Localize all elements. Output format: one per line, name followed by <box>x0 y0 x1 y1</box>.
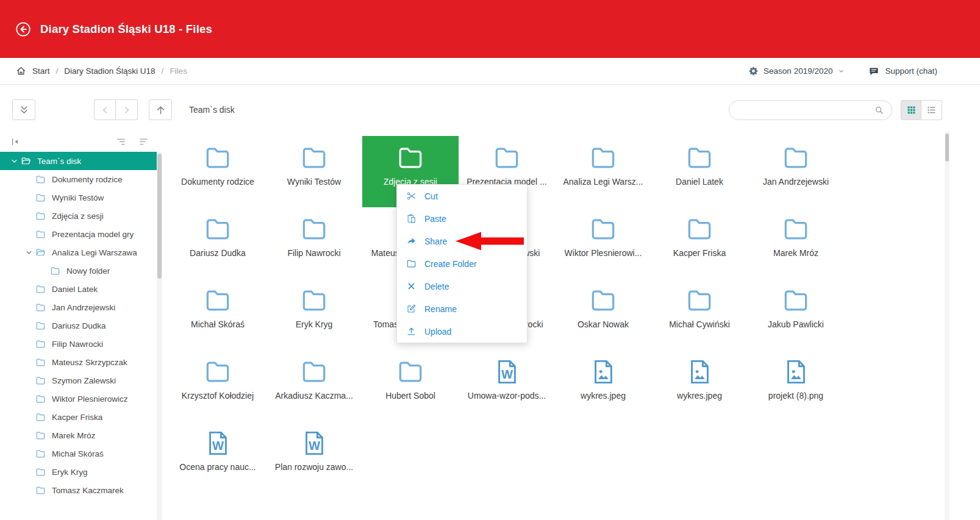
context-menu-item-create-folder[interactable]: Create Folder <box>397 252 527 275</box>
file-name: wykres.jpeg <box>581 391 626 401</box>
file-tile-michał-skóraś[interactable]: Michał Skóraś <box>170 279 266 350</box>
file-tile-marek-mróz[interactable]: Marek Mróz <box>748 207 844 279</box>
support-chat-link[interactable]: Support (chat) <box>868 66 937 77</box>
context-menu-item-delete[interactable]: Delete <box>397 275 527 297</box>
season-selector[interactable]: Season 2019/2020 <box>748 66 845 76</box>
sidebar-item-mateusz-skrzypczak[interactable]: Mateusz Skrzypczak <box>0 353 162 371</box>
sidebar-scrollbar[interactable] <box>157 152 162 520</box>
folder-icon <box>35 394 46 404</box>
file-tile-eryk-kryg[interactable]: Eryk Kryg <box>266 279 362 350</box>
view-toggle-group <box>901 100 942 120</box>
sidebar-item-marek-mróz[interactable]: Marek Mróz <box>0 426 162 444</box>
home-icon[interactable] <box>16 66 26 76</box>
breadcrumb-start[interactable]: Start <box>32 66 50 76</box>
sidebar-item-nowy-folder[interactable]: Nowy folder <box>0 262 162 280</box>
sidebar-item-kacper-friska[interactable]: Kacper Friska <box>0 408 162 426</box>
tree-expander-placeholder <box>24 413 35 422</box>
main-scrollbar[interactable] <box>945 131 950 520</box>
context-menu-item-paste[interactable]: Paste <box>397 207 527 230</box>
sidebar-item-dariusz-dudka[interactable]: Dariusz Dudka <box>0 316 162 335</box>
file-tile-ocena-pracy-nauc[interactable]: WOcena pracy nauc... <box>170 421 266 493</box>
page-title: Diary Stadion Śląski U18 - Files <box>40 23 212 36</box>
file-tile-dariusz-dudka[interactable]: Dariusz Dudka <box>170 207 266 279</box>
collapse-panel-button[interactable] <box>12 99 35 120</box>
sidebar-item-dokumenty-rodzice[interactable]: Dokumenty rodzice <box>0 170 162 188</box>
file-tile-jan-andrzejewski[interactable]: Jan Andrzejewski <box>748 136 844 207</box>
breadcrumb-separator: / <box>162 66 164 76</box>
search-input[interactable] <box>739 105 874 115</box>
sidebar-header <box>0 131 162 152</box>
folder-icon <box>493 144 521 172</box>
collapse-sidebar-icon[interactable] <box>10 137 20 147</box>
file-tile-hubert-sobol[interactable]: Hubert Sobol <box>362 350 459 421</box>
folder-icon <box>35 339 46 349</box>
file-tile-dokumenty-rodzice[interactable]: Dokumenty rodzice <box>170 136 266 207</box>
file-name: Dokumenty rodzice <box>181 177 254 187</box>
file-tile-kacper-friska[interactable]: Kacper Friska <box>651 207 748 279</box>
sidebar-scrollbar-thumb[interactable] <box>157 154 162 279</box>
sidebar-item-michał-skóraś[interactable]: Michał Skóraś <box>0 444 162 463</box>
back-icon[interactable] <box>15 21 32 38</box>
file-tile-daniel-latek[interactable]: Daniel Latek <box>651 136 748 207</box>
file-tile-oskar-nowak[interactable]: Oskar Nowak <box>555 279 651 350</box>
search-icon[interactable] <box>874 105 884 115</box>
folder-icon <box>50 266 61 276</box>
sidebar-item-label: Mateusz Skrzypczak <box>52 358 127 367</box>
chevron-down-icon[interactable] <box>24 248 35 257</box>
file-name: Eryk Kryg <box>296 319 333 329</box>
folder-icon <box>35 211 46 221</box>
forward-nav-button[interactable] <box>116 99 138 120</box>
context-menu-item-cut[interactable]: Cut <box>397 185 527 207</box>
file-tile-krzysztof-kołodziej[interactable]: Krzysztof Kołodziej <box>170 350 266 421</box>
sidebar-item-wiktor-plesnierowicz[interactable]: Wiktor Plesnierowicz <box>0 390 162 408</box>
list-view-icon <box>926 105 937 115</box>
file-name: Marek Mróz <box>773 248 818 258</box>
grid-view-icon <box>906 105 917 115</box>
folder-icon <box>204 358 232 386</box>
file-tile-wiktor-plesnierowi[interactable]: Wiktor Plesnierowi... <box>555 207 651 279</box>
breadcrumb-current: Files <box>170 66 187 76</box>
collapse-all-icon[interactable] <box>116 137 126 147</box>
sidebar-item-daniel-latek[interactable]: Daniel Latek <box>0 280 162 298</box>
sidebar-item-zdjęcia-z-sesji[interactable]: Zdjęcia z sesji <box>0 207 162 225</box>
sidebar-tree: Team`s diskDokumenty rodziceWyniki Testó… <box>0 152 162 499</box>
file-tile-jakub-pawlicki[interactable]: Jakub Pawlicki <box>748 279 844 350</box>
tree-expander-placeholder <box>24 212 35 221</box>
sidebar-item-team-s-disk[interactable]: Team`s disk <box>0 152 162 170</box>
breadcrumb-team[interactable]: Diary Stadion Śląski U18 <box>64 66 155 76</box>
grid-view-button[interactable] <box>901 100 921 120</box>
back-nav-button[interactable] <box>94 99 116 120</box>
context-menu-item-rename[interactable]: Rename <box>397 297 527 320</box>
breadcrumb-separator: / <box>56 66 59 76</box>
expand-all-icon[interactable] <box>138 137 149 147</box>
sidebar-item-prezentacja-model-gry[interactable]: Prezentacja model gry <box>0 225 162 243</box>
file-name: projekt (8).png <box>768 391 823 401</box>
file-name: Michał Skóraś <box>191 319 245 329</box>
chevron-down-icon[interactable] <box>10 157 21 166</box>
file-tile-projekt-(8)-png[interactable]: projekt (8).png <box>748 350 844 421</box>
sidebar-item-szymon-zalewski[interactable]: Szymon Zalewski <box>0 371 162 390</box>
sidebar-item-filip-nawrocki[interactable]: Filip Nawrocki <box>0 335 162 353</box>
file-tile-wykres-jpeg[interactable]: wykres.jpeg <box>555 350 651 421</box>
file-tile-arkadiusz-kaczma[interactable]: Arkadiusz Kaczma... <box>266 350 362 421</box>
file-tile-filip-nawrocki[interactable]: Filip Nawrocki <box>266 207 362 279</box>
file-tile-plan-rozwoju-zawo[interactable]: WPlan rozwoju zawo... <box>266 421 362 493</box>
file-tile-michał-cywiński[interactable]: Michał Cywiński <box>651 279 748 350</box>
file-tile-analiza-legi-warsz[interactable]: Analiza Legi Warsz... <box>555 136 651 207</box>
search-box <box>729 100 892 120</box>
sidebar-item-tomasz-kaczmarek[interactable]: Tomasz Kaczmarek <box>0 481 162 499</box>
context-menu-item-upload[interactable]: Upload <box>397 320 527 343</box>
word-file-icon: W <box>493 358 521 386</box>
file-tile-wykres-jpeg[interactable]: wykres.jpeg <box>651 350 748 421</box>
main-scrollbar-thumb[interactable] <box>945 134 949 162</box>
sidebar-item-jan-andrzejewski[interactable]: Jan Andrzejewski <box>0 298 162 316</box>
tree-expander-placeholder <box>24 358 35 367</box>
svg-text:W: W <box>501 368 513 381</box>
list-view-button[interactable] <box>921 100 942 120</box>
up-directory-button[interactable] <box>149 99 172 120</box>
sidebar-item-analiza-legi-warszawa[interactable]: Analiza Legi Warszawa <box>0 243 162 262</box>
file-tile-wyniki-testów[interactable]: Wyniki Testów <box>266 136 362 207</box>
sidebar-item-eryk-kryg[interactable]: Eryk Kryg <box>0 463 162 481</box>
file-tile-umowa-wzor-pods[interactable]: WUmowa-wzor-pods... <box>459 350 555 421</box>
sidebar-item-wyniki-testów[interactable]: Wyniki Testów <box>0 188 162 207</box>
